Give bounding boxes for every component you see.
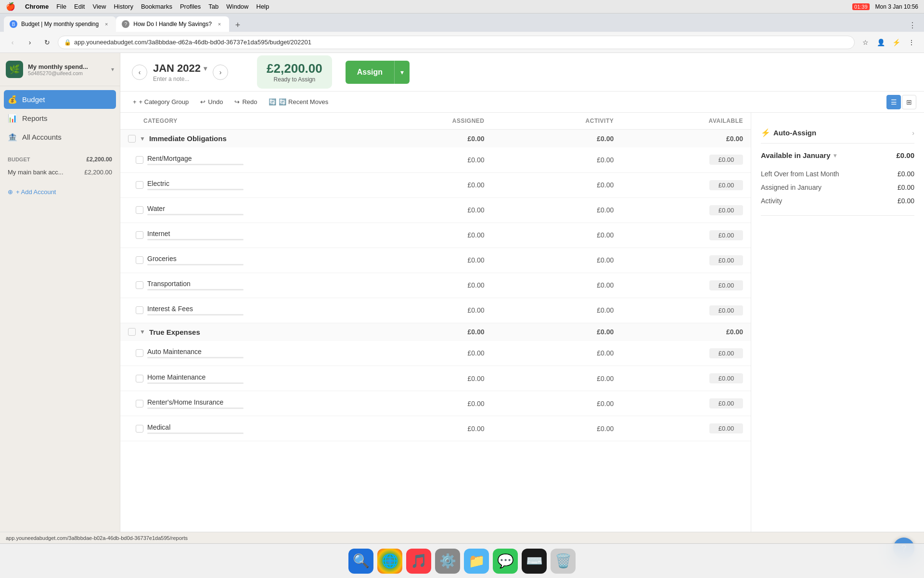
tab-savings[interactable]: ? How Do I Handle My Savings? × <box>116 16 229 32</box>
undo-button[interactable]: ↩ Undo <box>195 95 228 108</box>
dock-chrome[interactable]: 🌐 <box>377 549 402 574</box>
progress-bar <box>147 189 244 190</box>
category-row[interactable]: Internet £0.00 £0.00 £0.00 <box>120 223 751 248</box>
item-checkbox[interactable] <box>136 256 143 264</box>
dock-finder[interactable]: 🔍 <box>348 549 373 574</box>
group-checkbox-true-expenses[interactable] <box>128 328 136 336</box>
new-tab-button[interactable]: + <box>231 18 244 32</box>
add-account-button[interactable]: ⊕ + Add Account <box>0 184 120 200</box>
item-checkbox[interactable] <box>136 156 143 164</box>
sidebar-item-all-accounts[interactable]: 🏦 All Accounts <box>0 128 120 146</box>
tab-budget[interactable]: B Budget | My monthly spending × <box>4 16 116 32</box>
group-row-immediate-obligations[interactable]: ▼ Immediate Obligations £0.00 £0.00 £0.0… <box>120 130 751 148</box>
item-checkbox[interactable] <box>136 181 143 189</box>
category-row[interactable]: Groceries £0.00 £0.00 £0.00 <box>120 248 751 273</box>
item-assigned[interactable]: £0.00 <box>363 223 492 248</box>
redo-label: Redo <box>242 98 257 105</box>
item-assigned[interactable]: £0.00 <box>363 172 492 197</box>
sidebar-item-budget[interactable]: 💰 Budget <box>4 90 116 109</box>
group-row-true-expenses[interactable]: ▼ True Expenses £0.00 £0.00 £0.00 <box>120 323 751 341</box>
back-button[interactable]: ‹ <box>6 36 19 49</box>
category-row[interactable]: Water £0.00 £0.00 £0.00 <box>120 197 751 223</box>
dock-messages[interactable]: 💬 <box>493 549 518 574</box>
item-assigned[interactable]: £0.00 <box>363 366 492 391</box>
redo-button[interactable]: ↪ Redo <box>230 95 262 108</box>
menu-file[interactable]: File <box>56 3 66 10</box>
item-activity: £0.00 <box>492 248 622 273</box>
dock-files[interactable]: 📁 <box>464 549 489 574</box>
item-assigned[interactable]: £0.00 <box>363 391 492 416</box>
month-note[interactable]: Enter a note... <box>153 76 207 82</box>
category-row[interactable]: Rent/Mortgage £0.00 £0.00 £0.00 <box>120 147 751 172</box>
item-assigned[interactable]: £0.00 <box>363 147 492 172</box>
category-row[interactable]: Home Maintenance £0.00 £0.00 £0.00 <box>120 366 751 391</box>
sidebar-header[interactable]: 🌿 My monthly spend... 5d485270@uifeed.co… <box>0 53 120 86</box>
apple-menu[interactable]: 🍎 <box>6 2 15 11</box>
dock-trash[interactable]: 🗑️ <box>551 549 576 574</box>
auto-assign-row[interactable]: ⚡ Auto-Assign › <box>761 122 914 144</box>
item-checkbox[interactable] <box>136 281 143 289</box>
extension-button[interactable]: ⚡ <box>889 36 903 49</box>
group-chevron-true-expenses[interactable]: ▼ <box>140 328 145 335</box>
category-row[interactable]: Auto Maintenance £0.00 £0.00 £0.00 <box>120 341 751 366</box>
category-row[interactable]: Transportation £0.00 £0.00 £0.00 <box>120 273 751 298</box>
month-dropdown-icon[interactable]: ▾ <box>204 65 207 72</box>
item-assigned[interactable]: £0.00 <box>363 341 492 366</box>
tab-list-button[interactable]: ⋮ <box>905 19 920 32</box>
menu-edit[interactable]: Edit <box>74 3 85 10</box>
recent-moves-button[interactable]: 🔄 🔄 Recent Moves <box>264 95 333 108</box>
bookmark-button[interactable]: ☆ <box>859 36 872 49</box>
menu-bookmarks[interactable]: Bookmarks <box>141 3 172 10</box>
menu-window[interactable]: Window <box>226 3 248 10</box>
item-checkbox[interactable] <box>136 231 143 239</box>
menu-view[interactable]: View <box>92 3 106 10</box>
current-month[interactable]: JAN 2022 ▾ <box>153 62 207 75</box>
item-assigned[interactable]: £0.00 <box>363 298 492 323</box>
tab-close-savings[interactable]: × <box>216 20 223 28</box>
menu-tab[interactable]: Tab <box>208 3 218 10</box>
available-dropdown-icon[interactable]: ▾ <box>834 152 836 159</box>
menu-history[interactable]: History <box>114 3 133 10</box>
item-assigned[interactable]: £0.00 <box>363 416 492 441</box>
item-checkbox[interactable] <box>136 375 143 382</box>
item-checkbox[interactable] <box>136 349 143 357</box>
item-assigned[interactable]: £0.00 <box>363 273 492 298</box>
group-checkbox-immediate-obligations[interactable] <box>128 135 136 143</box>
brand-dropdown-icon[interactable]: ▾ <box>111 66 114 73</box>
app-name[interactable]: Chrome <box>25 3 49 10</box>
category-name: Transportation <box>147 280 244 288</box>
category-row[interactable]: Renter's/Home Insurance £0.00 £0.00 £0.0… <box>120 391 751 416</box>
menu-help[interactable]: Help <box>257 3 270 10</box>
profile-button[interactable]: 👤 <box>874 36 887 49</box>
group-chevron-immediate-obligations[interactable]: ▼ <box>140 135 145 142</box>
assign-button[interactable]: Assign <box>346 61 394 84</box>
menu-profiles[interactable]: Profiles <box>180 3 201 10</box>
sidebar-item-reports[interactable]: 📊 Reports <box>0 109 120 128</box>
month-navigation: ‹ JAN 2022 ▾ Enter a note... › <box>132 62 228 82</box>
item-checkbox[interactable] <box>136 400 143 407</box>
item-checkbox[interactable] <box>136 425 143 433</box>
dock-terminal[interactable]: ⌨️ <box>522 549 547 574</box>
item-assigned[interactable]: £0.00 <box>363 248 492 273</box>
view-grid-button[interactable]: ⊞ <box>902 95 916 109</box>
category-row[interactable]: Medical £0.00 £0.00 £0.00 <box>120 416 751 441</box>
auto-assign-chevron-icon[interactable]: › <box>912 129 914 137</box>
forward-button[interactable]: › <box>23 36 37 49</box>
sidebar-account-row[interactable]: My main bank acc... £2,200.00 <box>8 167 112 178</box>
menu-button[interactable]: ⋮ <box>905 36 918 49</box>
item-checkbox[interactable] <box>136 206 143 214</box>
item-checkbox[interactable] <box>136 306 143 314</box>
item-assigned[interactable]: £0.00 <box>363 197 492 223</box>
category-group-button[interactable]: + + Category Group <box>128 95 193 108</box>
url-bar[interactable]: 🔒 app.youneedabudget.com/3a8bbdae-d62a-4… <box>58 36 855 49</box>
category-row[interactable]: Interest & Fees £0.00 £0.00 £0.00 <box>120 298 751 323</box>
assign-dropdown-button[interactable]: ▾ <box>394 61 410 84</box>
prev-month-button[interactable]: ‹ <box>132 65 147 80</box>
category-row[interactable]: Electric £0.00 £0.00 £0.00 <box>120 172 751 197</box>
dock-system-prefs[interactable]: ⚙️ <box>435 549 460 574</box>
next-month-button[interactable]: › <box>213 65 228 80</box>
view-list-button[interactable]: ☰ <box>886 95 901 109</box>
tab-close-budget[interactable]: × <box>103 20 110 28</box>
dock-music[interactable]: 🎵 <box>406 549 431 574</box>
reload-button[interactable]: ↻ <box>40 36 54 49</box>
